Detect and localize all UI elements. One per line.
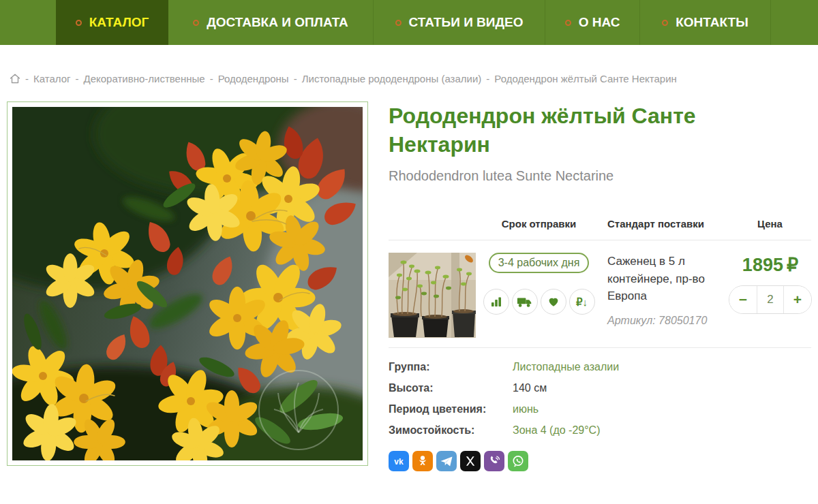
whatsapp-icon (511, 454, 526, 469)
share-whatsapp-button[interactable] (508, 451, 528, 471)
price-drop-icon: ₽↓ (576, 297, 588, 307)
nav-item-label: СТАТЬИ И ВИДЕО (409, 15, 524, 30)
offer-table: Срок отправки Стандарт поставки Цена (389, 218, 811, 348)
seedlings-photo (389, 253, 476, 338)
attr-row-height: Высота: 140 см (389, 381, 811, 395)
nav-item-catalog[interactable]: КАТАЛОГ (56, 0, 168, 45)
offer-table-header: Срок отправки Стандарт поставки Цена (389, 218, 811, 240)
product-attributes: Группа: Листопадные азалии Высота: 140 с… (389, 360, 811, 437)
bullet-icon (193, 20, 199, 26)
attr-row-bloom-period: Период цветения: июнь (389, 403, 811, 416)
main-nav: КАТАЛОГ ДОСТАВКА И ОПЛАТА СТАТЬИ И ВИДЕО… (0, 0, 818, 45)
nav-filler (770, 0, 818, 45)
offer-thumbnail[interactable] (389, 253, 476, 338)
share-ok-button[interactable] (412, 451, 433, 471)
share-x-button[interactable] (460, 451, 481, 471)
viber-icon (487, 454, 502, 469)
shipping-badge: 3-4 рабочих дня (489, 253, 590, 273)
bullet-icon (395, 20, 402, 26)
share-vk-button[interactable]: vk (389, 451, 409, 471)
nav-item-label: О НАС (579, 15, 620, 30)
col-price-header: Цена (729, 218, 811, 230)
delivery-truck-icon (517, 296, 533, 309)
sku-label: Артикул: (607, 315, 656, 326)
breadcrumb: - Каталог - Декоративно-лиственные - Род… (10, 73, 818, 84)
breadcrumb-item-current: Рододендрон жёлтый Санте Нектарин (494, 73, 677, 84)
price: 1895₽ (729, 254, 812, 276)
compare-icon (490, 296, 502, 308)
col-standard-header: Стандарт поставки (607, 218, 722, 230)
share-telegram-button[interactable] (436, 451, 457, 471)
telegram-icon (439, 454, 454, 469)
quantity-plus-button[interactable]: + (784, 286, 811, 313)
shipping-cell: 3-4 рабочих дня (483, 253, 595, 315)
sku: Артикул: 78050170 (607, 315, 722, 327)
vk-icon: vk (391, 454, 406, 469)
favorite-button[interactable] (541, 289, 566, 315)
nav-item-delivery[interactable]: ДОСТАВКА И ОПЛАТА (168, 0, 373, 45)
svg-text:vk: vk (394, 457, 404, 467)
nav-item-about[interactable]: О НАС (545, 0, 639, 45)
social-share-bar: vk (389, 451, 811, 471)
attr-value-bloom-link[interactable]: июнь (513, 403, 539, 416)
attr-value-group-link[interactable]: Листопадные азалии (513, 360, 619, 374)
odnoklassniki-icon (415, 454, 430, 469)
product-details: Рододендрон жёлтый Санте Нектарин Rhodod… (389, 101, 811, 471)
breadcrumb-item-azaleas[interactable]: Листопадные рододендроны (азалии) (302, 73, 482, 84)
quantity-stepper: − + (729, 285, 812, 314)
attr-label: Высота: (389, 381, 513, 395)
nav-spacer (0, 0, 56, 45)
nav-item-label: КАТАЛОГ (89, 15, 149, 30)
bullet-icon (565, 20, 571, 26)
home-icon[interactable] (10, 74, 20, 84)
quantity-minus-button[interactable]: − (729, 286, 757, 313)
action-buttons: ₽↓ (483, 289, 595, 315)
nav-item-contacts[interactable]: КОНТАКТЫ (639, 0, 770, 45)
breadcrumb-item-rhododendrons[interactable]: Рододендроны (218, 73, 289, 84)
col-photo-header (389, 218, 476, 230)
sku-value: 78050170 (658, 315, 707, 326)
standard-cell: Саженец в 5 л контейнере, пр-во Европа А… (607, 253, 722, 327)
offer-row: 3-4 рабочих дня (389, 240, 811, 348)
heart-icon (547, 296, 560, 308)
main-product-image[interactable] (7, 101, 368, 466)
product-description: Саженец в 5 л контейнере, пр-во Европа (607, 253, 722, 305)
delivery-button[interactable] (512, 289, 538, 315)
x-icon (464, 454, 477, 468)
price-cell: 1895₽ − + (729, 253, 812, 314)
col-shipping-header: Срок отправки (483, 218, 595, 230)
bullet-icon (662, 20, 668, 26)
nav-item-label: КОНТАКТЫ (676, 15, 748, 30)
bullet-icon (76, 20, 82, 26)
attr-label: Группа: (389, 360, 513, 374)
price-value: 1895 (742, 255, 783, 275)
breadcrumb-separator: - (25, 73, 29, 84)
share-viber-button[interactable] (484, 451, 504, 471)
page-title: Рододендрон жёлтый Санте Нектарин (389, 101, 777, 159)
currency-symbol: ₽ (787, 255, 798, 275)
product-page: Рододендрон жёлтый Санте Нектарин Rhodod… (7, 101, 811, 471)
breadcrumb-separator: - (76, 73, 79, 84)
quantity-input[interactable] (757, 286, 784, 313)
breadcrumb-separator: - (294, 73, 297, 84)
nav-item-articles[interactable]: СТАТЬИ И ВИДЕО (373, 0, 545, 45)
breadcrumb-separator: - (210, 73, 213, 84)
rhododendron-photo (12, 107, 363, 460)
breadcrumb-item-catalog[interactable]: Каталог (33, 73, 71, 84)
price-drop-button[interactable]: ₽↓ (569, 289, 595, 315)
breadcrumb-separator: - (486, 73, 489, 84)
compare-button[interactable] (483, 289, 509, 315)
breadcrumb-item-deciduous[interactable]: Декоративно-лиственные (84, 73, 205, 84)
attr-label: Зимостойкость: (389, 424, 513, 437)
nav-item-label: ДОСТАВКА И ОПЛАТА (207, 15, 348, 30)
product-latin-name: Rhododendron lutea Sunte Nectarine (389, 168, 811, 184)
attr-label: Период цветения: (389, 403, 513, 416)
attr-value-height: 140 см (513, 381, 547, 395)
attr-row-hardiness: Зимостойкость: Зона 4 (до -29°С) (389, 424, 811, 437)
attr-value-hardiness-link[interactable]: Зона 4 (до -29°С) (513, 424, 601, 437)
attr-row-group: Группа: Листопадные азалии (389, 360, 811, 374)
